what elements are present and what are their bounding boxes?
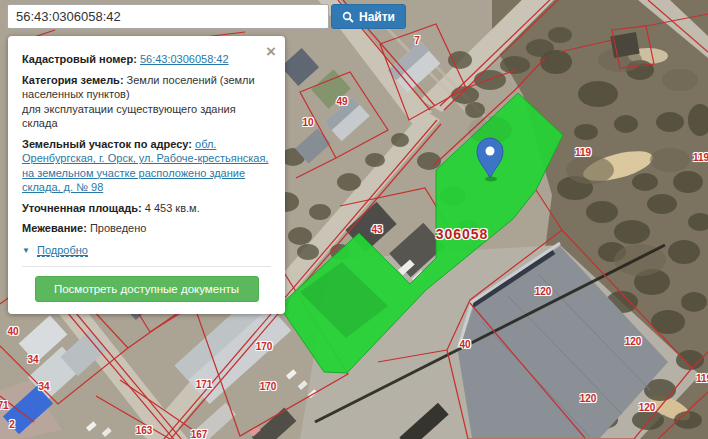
details-toggle-link[interactable]: Подробно: [37, 244, 88, 257]
area-value: 4 453 кв.м.: [145, 202, 200, 214]
address-row: Земельный участок по адресу: обл. Оренбу…: [22, 137, 271, 195]
land-use-note: для эксплуатации существующего здания ск…: [22, 102, 271, 131]
cadastral-map-app: 7491011911943306058120120120120404035243…: [0, 0, 708, 439]
land-category-label: Категория земель:: [22, 74, 124, 86]
search-button-label: Найти: [359, 10, 395, 24]
survey-value: Проведено: [90, 222, 146, 234]
chevron-down-icon: ▼: [22, 246, 30, 255]
survey-row: Межевание: Проведено: [22, 221, 271, 236]
search-button[interactable]: Найти: [331, 4, 406, 29]
cadastral-number-link[interactable]: 56:43:0306058:42: [140, 53, 229, 65]
close-icon[interactable]: ×: [266, 43, 276, 60]
details-row: ▼ Подробно: [22, 243, 271, 258]
pin-dot: [486, 147, 495, 156]
search-input[interactable]: [7, 4, 329, 29]
survey-label: Межевание:: [22, 222, 87, 234]
area-label: Уточненная площадь:: [22, 202, 142, 214]
cadastral-number-row: Кадастровый номер: 56:43:0306058:42: [22, 52, 271, 67]
search-icon: [342, 11, 354, 23]
cadastral-number-label: Кадастровый номер:: [22, 53, 137, 65]
parcel-info-panel: × Кадастровый номер: 56:43:0306058:42 Ка…: [8, 36, 285, 314]
area-row: Уточненная площадь: 4 453 кв.м.: [22, 201, 271, 216]
address-label: Земельный участок по адресу:: [22, 138, 192, 150]
land-category-row: Категория земель: Земли поселений (земли…: [22, 73, 271, 131]
view-documents-button[interactable]: Посмотреть доступные документы: [35, 276, 259, 302]
search-bar: Найти: [7, 4, 406, 29]
documents-button-wrap: Посмотреть доступные документы: [22, 266, 271, 302]
